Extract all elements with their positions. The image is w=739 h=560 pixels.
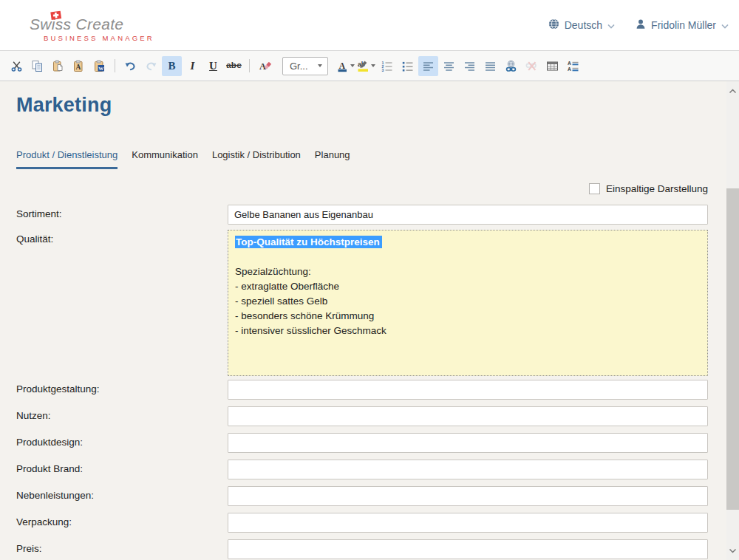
scrollbar-thumb[interactable]: [726, 188, 739, 510]
align-justify-icon: [484, 60, 497, 72]
language-label: Deutsch: [565, 19, 602, 31]
form-row: Produkt Brand:: [16, 460, 708, 479]
editor-line: - speziell sattes Gelb: [235, 294, 701, 309]
paste-plain-text-button[interactable]: A: [69, 56, 89, 76]
strikethrough-label: abc: [226, 61, 242, 70]
underline-button[interactable]: U: [203, 56, 223, 76]
globe-icon: [548, 18, 559, 32]
tab-kommunikation[interactable]: Kommunikation: [132, 149, 198, 169]
scroll-up-arrow-icon[interactable]: [726, 84, 739, 98]
align-justify-button[interactable]: [480, 56, 500, 76]
paragraph-format-dropdown[interactable]: Gr...: [282, 57, 328, 75]
tab-planung[interactable]: Planung: [315, 149, 350, 169]
remove-format-button[interactable]: A: [255, 56, 275, 76]
bold-button[interactable]: B: [162, 56, 182, 76]
unordered-list-icon: [401, 60, 414, 72]
align-right-button[interactable]: [460, 56, 480, 76]
toolbar-separator: [249, 59, 250, 72]
highlight-color-icon: ab: [357, 60, 370, 72]
styles-button[interactable]: AA: [563, 56, 583, 76]
text-color-button[interactable]: A: [336, 56, 355, 76]
app-logo[interactable]: Swiss Create BUSINESS MANAGER: [30, 8, 154, 43]
link-button[interactable]: [501, 56, 521, 76]
align-left-button[interactable]: [418, 56, 438, 76]
vertical-scrollbar[interactable]: [726, 81, 739, 560]
italic-label: I: [191, 61, 195, 72]
svg-text:A: A: [568, 66, 571, 72]
scroll-down-arrow-icon[interactable]: [726, 544, 739, 557]
input-nutzen[interactable]: [228, 406, 708, 426]
tab-bar: Produkt / DienstleistungKommunikationLog…: [16, 149, 708, 169]
field-label-nebenleistungen: Nebenleistungen:: [16, 486, 228, 506]
chevron-down-icon: [721, 19, 729, 31]
ordered-list-button[interactable]: 123: [377, 56, 397, 76]
align-left-icon: [422, 60, 435, 72]
swiss-flag-icon: [49, 10, 64, 24]
page-title: Marketing: [16, 93, 708, 117]
tab-logistik-distribution[interactable]: Logistik / Distribution: [212, 149, 301, 169]
checkbox-unchecked[interactable]: [589, 183, 600, 194]
input-produkt-brand[interactable]: [228, 460, 708, 479]
undo-button[interactable]: [120, 56, 140, 76]
page-content: Marketing Produkt / DienstleistungKommun…: [0, 81, 726, 560]
copy-icon: [31, 60, 44, 72]
insert-table-icon: [546, 60, 559, 72]
caret-shape: [371, 64, 375, 67]
paste-from-word-button[interactable]: W: [89, 56, 109, 76]
copy-button[interactable]: [27, 56, 47, 76]
field-label-sortiment: Sortiment:: [16, 205, 228, 225]
field-value-area: [228, 486, 708, 506]
svg-text:W: W: [98, 65, 103, 71]
richtext-editor-qualität[interactable]: Top-Qualität zu HöchstpreisenSpezialzüch…: [228, 230, 708, 376]
input-produktdesign[interactable]: [228, 433, 708, 453]
logo-subtitle: BUSINESS MANAGER: [44, 34, 154, 43]
field-label-preis: Preis:: [16, 539, 228, 559]
field-label-verpackung: Verpackung:: [16, 513, 228, 533]
editor-line: - besonders schöne Krümmung: [235, 309, 701, 324]
input-produktgestaltung[interactable]: [228, 380, 708, 400]
editor-line: [235, 250, 701, 264]
link-icon: [505, 60, 517, 72]
styles-icon: AA: [567, 60, 579, 72]
user-menu[interactable]: Fridolin Müller: [636, 18, 729, 32]
insert-table-button[interactable]: [542, 56, 562, 76]
field-label-nutzen: Nutzen:: [16, 406, 228, 426]
form-row: Qualität:Top-Qualität zu HöchstpreisenSp…: [16, 230, 708, 376]
highlight-color-button[interactable]: ab: [356, 56, 376, 76]
field-value-area: [228, 205, 708, 225]
underline-label: U: [209, 61, 217, 72]
editor-toolbar: AWBIUabcAGr...Aab123AA: [0, 50, 739, 81]
svg-text:A: A: [339, 61, 346, 69]
align-right-icon: [463, 60, 476, 72]
editor-line: - intensiver süsslicher Geschmack: [235, 324, 701, 338]
svg-text:A: A: [568, 61, 571, 66]
field-value-area: Top-Qualität zu HöchstpreisenSpezialzüch…: [228, 230, 708, 376]
input-nebenleistungen[interactable]: [228, 486, 708, 506]
user-icon: [636, 18, 646, 32]
input-preis[interactable]: [228, 539, 708, 559]
align-center-button[interactable]: [439, 56, 459, 76]
form-row: Produktgestaltung:: [16, 380, 708, 400]
unlink-button[interactable]: [522, 56, 542, 76]
input-verpackung[interactable]: [228, 513, 708, 533]
field-value-area: [228, 433, 708, 453]
italic-button[interactable]: I: [183, 56, 202, 76]
redo-button[interactable]: [141, 56, 161, 76]
selected-text: Top-Qualität zu Höchstpreisen: [235, 236, 382, 248]
paste-button[interactable]: [48, 56, 68, 76]
align-center-icon: [443, 60, 455, 72]
form-row: Nutzen:: [16, 406, 708, 426]
redo-icon: [145, 60, 157, 72]
unordered-list-button[interactable]: [398, 56, 418, 76]
input-sortiment[interactable]: [228, 205, 708, 225]
strikethrough-button[interactable]: abc: [224, 56, 244, 76]
single-column-toggle[interactable]: Einspaltige Darstellung: [589, 182, 708, 194]
paste-icon: [52, 60, 64, 72]
cut-button[interactable]: [7, 56, 27, 76]
field-value-area: [228, 406, 708, 426]
form-row: Verpackung:: [16, 513, 708, 533]
language-selector[interactable]: Deutsch: [548, 18, 615, 32]
unlink-icon: [525, 60, 538, 72]
tab-produkt-dienstleistung[interactable]: Produkt / Dienstleistung: [16, 149, 118, 169]
chevron-down-icon: [607, 19, 615, 31]
